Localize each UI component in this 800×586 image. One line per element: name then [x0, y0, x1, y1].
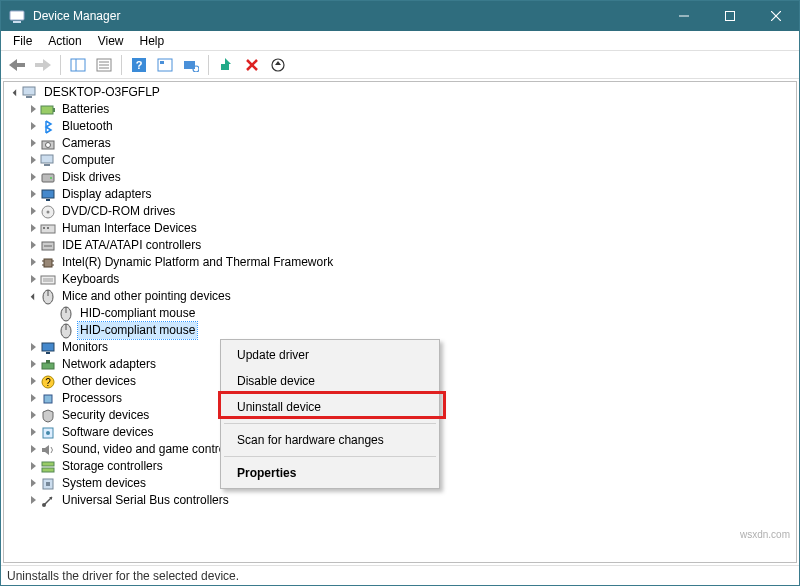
svg-rect-34 [42, 174, 54, 182]
expand-arrow[interactable] [26, 475, 40, 492]
forward-button[interactable] [31, 53, 55, 77]
expand-arrow[interactable] [26, 254, 40, 271]
tree-node[interactable]: DVD/CD-ROM drives [60, 203, 177, 220]
expand-arrow[interactable] [26, 373, 40, 390]
update-driver-button[interactable] [266, 53, 290, 77]
svg-rect-8 [71, 59, 85, 71]
bluetooth-icon [40, 119, 56, 135]
menu-file[interactable]: File [5, 32, 40, 50]
expand-arrow[interactable] [26, 458, 40, 475]
expand-arrow[interactable] [26, 152, 40, 169]
close-button[interactable] [753, 1, 799, 31]
toolbar-icon-2[interactable] [153, 53, 177, 77]
expand-arrow[interactable] [26, 135, 40, 152]
expand-arrow[interactable] [26, 339, 40, 356]
menu-view[interactable]: View [90, 32, 132, 50]
svg-rect-28 [41, 106, 53, 114]
svg-rect-17 [160, 61, 164, 64]
cdrom-icon [40, 204, 56, 220]
tree-node[interactable]: Security devices [60, 407, 151, 424]
svg-rect-32 [41, 155, 53, 163]
tree-node[interactable]: Batteries [60, 101, 111, 118]
svg-rect-3 [726, 12, 735, 21]
tree-node[interactable]: Software devices [60, 424, 155, 441]
expand-arrow[interactable] [26, 390, 40, 407]
svg-rect-1 [13, 21, 21, 23]
ctx-properties[interactable]: Properties [223, 460, 437, 486]
expand-arrow[interactable] [26, 441, 40, 458]
expand-arrow[interactable] [26, 237, 40, 254]
expand-arrow[interactable] [26, 101, 40, 118]
computer-icon [40, 153, 56, 169]
expand-arrow[interactable] [26, 271, 40, 288]
scan-hardware-button[interactable] [179, 53, 203, 77]
minimize-button[interactable] [661, 1, 707, 31]
uninstall-device-button[interactable] [240, 53, 264, 77]
tree-node[interactable]: Universal Serial Bus controllers [60, 492, 231, 509]
expand-arrow[interactable] [26, 169, 40, 186]
tree-node[interactable]: Disk drives [60, 169, 123, 186]
tree-node-hid-mouse-selected[interactable]: HID-compliant mouse [78, 322, 197, 339]
ctx-uninstall-device[interactable]: Uninstall device [223, 394, 437, 420]
svg-rect-42 [47, 227, 49, 229]
ide-icon [40, 238, 56, 254]
svg-rect-70 [42, 468, 54, 472]
expand-arrow[interactable] [26, 356, 40, 373]
expand-arrow[interactable] [26, 424, 40, 441]
expand-arrow[interactable] [26, 220, 40, 237]
keyboard-icon [40, 272, 56, 288]
enable-device-button[interactable] [214, 53, 238, 77]
tree-node[interactable]: Human Interface Devices [60, 220, 199, 237]
show-hide-tree-button[interactable] [66, 53, 90, 77]
svg-rect-59 [42, 343, 54, 351]
svg-rect-33 [44, 164, 50, 166]
ctx-scan-hardware[interactable]: Scan for hardware changes [223, 427, 437, 453]
svg-point-31 [46, 142, 51, 147]
tree-node[interactable]: IDE ATA/ATAPI controllers [60, 237, 203, 254]
menu-help[interactable]: Help [132, 32, 173, 50]
tree-root-label[interactable]: DESKTOP-O3FGFLP [42, 84, 162, 101]
expand-arrow[interactable] [26, 288, 40, 305]
ctx-update-driver[interactable]: Update driver [223, 342, 437, 368]
ctx-disable-device[interactable]: Disable device [223, 368, 437, 394]
svg-point-39 [47, 210, 50, 213]
tree-node[interactable]: Intel(R) Dynamic Platform and Thermal Fr… [60, 254, 335, 271]
tree-node[interactable]: Keyboards [60, 271, 121, 288]
watermark: wsxdn.com [740, 529, 790, 540]
tree-node-hid-mouse[interactable]: HID-compliant mouse [78, 305, 197, 322]
tree-node[interactable]: Monitors [60, 339, 110, 356]
tree-node[interactable]: Cameras [60, 135, 113, 152]
tree-node[interactable]: Storage controllers [60, 458, 165, 475]
svg-marker-25 [275, 61, 281, 65]
help-button[interactable]: ? [127, 53, 151, 77]
svg-rect-50 [41, 276, 55, 284]
properties-button[interactable] [92, 53, 116, 77]
device-tree[interactable]: DESKTOP-O3FGFLP BatteriesBluetoothCamera… [3, 81, 797, 563]
tree-node[interactable]: Network adapters [60, 356, 158, 373]
mouse-icon [40, 289, 56, 305]
app-icon [9, 8, 25, 24]
statusbar: Uninstalls the driver for the selected d… [1, 565, 799, 585]
tree-node[interactable]: Bluetooth [60, 118, 115, 135]
expand-arrow[interactable] [26, 492, 40, 509]
hid-icon [40, 221, 56, 237]
expand-arrow[interactable] [26, 407, 40, 424]
back-button[interactable] [5, 53, 29, 77]
menubar: File Action View Help [1, 31, 799, 51]
svg-rect-72 [46, 482, 50, 486]
expand-arrow[interactable] [26, 186, 40, 203]
tree-node-mice[interactable]: Mice and other pointing devices [60, 288, 233, 305]
tree-node[interactable]: Display adapters [60, 186, 153, 203]
security-icon [40, 408, 56, 424]
expand-arrow[interactable] [26, 203, 40, 220]
tree-node[interactable]: Other devices [60, 373, 138, 390]
tree-node[interactable]: Computer [60, 152, 117, 169]
svg-rect-0 [10, 11, 24, 20]
ctx-separator [224, 456, 436, 457]
tree-node[interactable]: Processors [60, 390, 124, 407]
tree-node[interactable]: System devices [60, 475, 148, 492]
expand-arrow[interactable] [8, 84, 22, 101]
menu-action[interactable]: Action [40, 32, 89, 50]
maximize-button[interactable] [707, 1, 753, 31]
expand-arrow[interactable] [26, 118, 40, 135]
